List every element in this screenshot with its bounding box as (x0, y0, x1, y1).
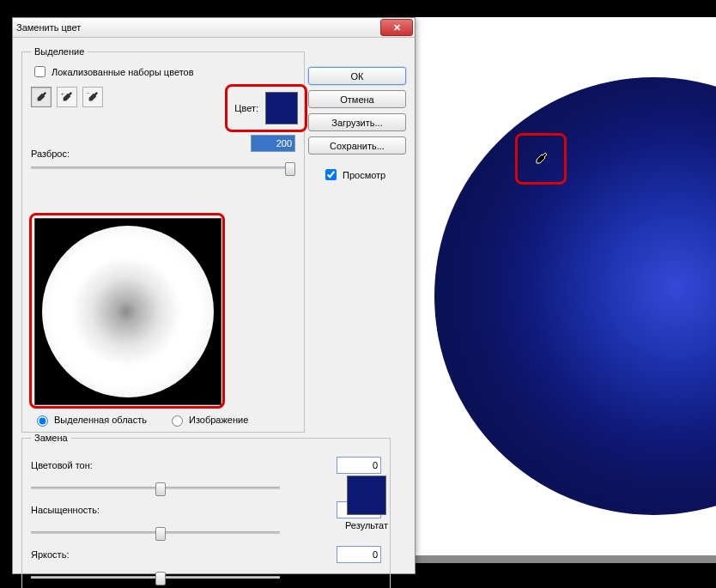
radio-image-label: Изображение (189, 415, 248, 425)
replacement-legend: Замена (31, 433, 71, 443)
radio-selection-label: Выделенная область (54, 415, 147, 425)
dialog-buttons: ОК Отмена Загрузить... Сохранить... Прос… (308, 67, 406, 183)
svg-text:−: − (87, 91, 90, 96)
eyedropper-minus-button[interactable]: − (82, 87, 103, 107)
hue-slider[interactable] (31, 481, 280, 494)
svg-text:+: + (61, 91, 64, 96)
localized-clusters-checkbox[interactable] (34, 66, 46, 77)
radio-selection-input[interactable] (37, 415, 48, 427)
fuzziness-slider[interactable] (31, 161, 295, 174)
load-button[interactable]: Загрузить... (308, 113, 406, 131)
canvas-document[interactable] (414, 17, 716, 555)
lightness-input[interactable] (337, 546, 381, 563)
titlebar[interactable]: Заменить цвет ✕ (13, 18, 415, 38)
image-sphere (434, 77, 716, 515)
fuzziness-row: Разброс: (31, 128, 295, 159)
eyedropper-on-canvas-highlight (515, 133, 567, 185)
color-sample-swatch[interactable] (265, 92, 298, 124)
hue-row: Цветовой тон: (31, 457, 381, 474)
slider-thumb[interactable] (155, 572, 166, 585)
radio-selection[interactable]: Выделенная область (33, 413, 147, 427)
selection-group: Выделение Локализованные наборы цветов +… (21, 46, 305, 433)
preview-checkbox-label: Просмотр (343, 170, 385, 180)
fuzziness-input[interactable] (251, 135, 295, 152)
saturation-slider[interactable] (31, 525, 280, 539)
color-sample-highlight: Цвет: (225, 84, 307, 132)
localized-clusters-row: Локализованные наборы цветов (31, 64, 295, 80)
selection-preview (34, 218, 221, 405)
ok-button[interactable]: ОК (308, 67, 406, 85)
localized-clusters-label: Локализованные наборы цветов (52, 67, 194, 77)
dialog-body: Выделение Локализованные наборы цветов +… (13, 38, 415, 574)
close-button[interactable]: ✕ (380, 19, 413, 36)
slider-thumb[interactable] (285, 162, 295, 176)
close-icon: ✕ (393, 22, 401, 33)
replacement-group: Замена Цветовой тон: Насыщенность: Ярк (21, 433, 391, 588)
color-label: Цвет: (234, 103, 258, 113)
slider-thumb[interactable] (155, 527, 166, 541)
eyedropper-plus-button[interactable]: + (57, 87, 77, 107)
fuzziness-label: Разброс: (31, 149, 70, 159)
preview-checkbox-row: Просмотр (308, 167, 406, 183)
dialog-title: Заменить цвет (16, 22, 81, 33)
radio-image[interactable]: Изображение (167, 413, 248, 427)
eyedropper-button[interactable] (31, 87, 52, 107)
preview-mask (42, 226, 214, 397)
save-button[interactable]: Сохранить... (308, 136, 406, 155)
cancel-button[interactable]: Отмена (308, 90, 406, 108)
hue-input[interactable] (337, 457, 381, 474)
saturation-label: Насыщенность: (31, 505, 125, 515)
replace-color-dialog: Заменить цвет ✕ Выделение Локализованные… (12, 17, 416, 574)
selection-legend: Выделение (31, 46, 88, 57)
result-area: Результат (337, 476, 396, 530)
eyedropper-cursor-icon (534, 152, 548, 166)
preview-mode-radios: Выделенная область Изображение (33, 413, 248, 427)
slider-thumb[interactable] (155, 482, 166, 496)
radio-image-input[interactable] (172, 415, 183, 427)
result-label: Результат (345, 520, 388, 530)
canvas-background (414, 17, 716, 563)
result-swatch[interactable] (347, 476, 386, 515)
saturation-row: Насыщенность: (31, 501, 381, 518)
preview-highlight (29, 213, 225, 409)
preview-checkbox[interactable] (325, 169, 337, 180)
lightness-slider[interactable] (31, 570, 280, 584)
lightness-row: Яркость: (31, 546, 381, 563)
lightness-label: Яркость: (31, 549, 125, 560)
hue-label: Цветовой тон: (31, 460, 125, 470)
